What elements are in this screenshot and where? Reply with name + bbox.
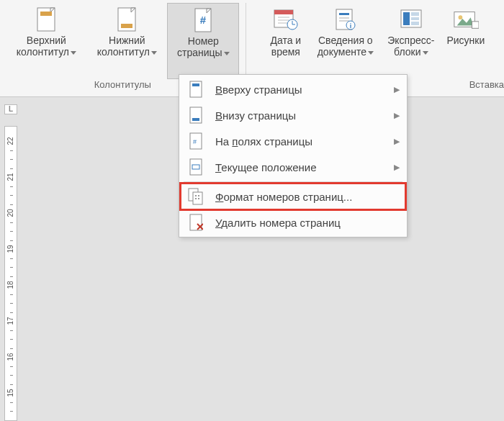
svg-rect-34 xyxy=(190,159,202,175)
bottom-of-page-icon xyxy=(186,106,205,125)
svg-rect-1 xyxy=(40,12,52,16)
svg-rect-7 xyxy=(274,10,293,14)
svg-rect-29 xyxy=(192,83,199,86)
svg-rect-15 xyxy=(339,13,349,15)
menu-label-remove: Удалить номера страниц xyxy=(215,217,400,229)
quickparts-label-l2: блоки xyxy=(394,46,420,58)
svg-rect-37 xyxy=(193,192,202,204)
svg-rect-27 xyxy=(472,22,478,28)
menu-label-current: Текущее положение xyxy=(215,161,394,173)
header-icon xyxy=(33,6,59,33)
footer-button[interactable]: Нижний колонтитул xyxy=(86,3,167,79)
dropdown-caret-icon xyxy=(71,51,76,55)
svg-point-39 xyxy=(198,195,199,196)
svg-point-38 xyxy=(195,195,197,196)
menu-item-top-of-page[interactable]: Вверху страницы ▶ xyxy=(181,76,405,102)
ruler-tick: 15 xyxy=(5,389,17,397)
menu-item-format-page-numbers[interactable]: Формат номеров страниц... xyxy=(181,184,405,209)
submenu-arrow-icon: ▶ xyxy=(394,163,400,172)
quickparts-label-l1: Экспресс- xyxy=(387,35,434,46)
ruler-corner-icon: L xyxy=(4,104,17,114)
menu-label-margins: На полях страницы xyxy=(215,135,394,148)
date-time-button[interactable]: Дата и время xyxy=(261,3,311,79)
pagenum-label-l1: Номер xyxy=(188,35,219,47)
header-label-l2: колонтитул xyxy=(17,46,69,58)
menu-label-format: Формат номеров страниц... xyxy=(215,191,400,203)
submenu-arrow-icon: ▶ xyxy=(394,85,400,94)
footer-label-l1: Нижний xyxy=(109,35,145,46)
date-time-icon xyxy=(273,6,299,33)
page-number-button[interactable]: # Номер страницы xyxy=(167,3,239,79)
menu-item-page-margins[interactable]: # На полях страницы ▶ xyxy=(181,128,405,154)
svg-rect-23 xyxy=(411,17,419,20)
remove-page-numbers-icon xyxy=(186,213,205,232)
menu-item-bottom-of-page[interactable]: Внизу страницы ▶ xyxy=(181,102,405,128)
docinfo-label-l2: документе xyxy=(318,46,366,58)
menu-item-remove-page-numbers[interactable]: Удалить номера страниц xyxy=(181,209,405,235)
dropdown-caret-icon xyxy=(368,51,374,55)
top-of-page-icon xyxy=(186,80,205,99)
vertical-ruler[interactable]: 2221201918171615 xyxy=(4,126,17,421)
pictures-icon xyxy=(453,6,479,33)
ruler-tick: 18 xyxy=(5,281,17,289)
submenu-arrow-icon: ▶ xyxy=(394,137,400,146)
svg-point-41 xyxy=(198,198,199,199)
datetime-label-l2: время xyxy=(271,46,300,58)
footer-icon xyxy=(114,6,140,33)
ruler-tick: 22 xyxy=(5,137,17,145)
svg-rect-31 xyxy=(192,118,199,121)
header-button[interactable]: Верхний колонтитул xyxy=(6,3,86,79)
doc-info-icon: i xyxy=(333,6,359,33)
ruler-tick: 19 xyxy=(5,245,17,253)
menu-label-top: Вверху страницы xyxy=(215,83,394,96)
ruler-tick: 16 xyxy=(5,353,17,361)
datetime-label-l1: Дата и xyxy=(270,35,301,46)
svg-text:#: # xyxy=(200,14,207,26)
quick-parts-icon xyxy=(398,6,424,33)
pictures-label-l1: Рисунки xyxy=(446,35,485,46)
footer-label-l2: колонтитул xyxy=(97,46,150,58)
svg-text:i: i xyxy=(350,22,352,30)
doc-info-button[interactable]: i Сведения о документе xyxy=(311,3,380,79)
svg-text:#: # xyxy=(193,138,197,145)
svg-point-26 xyxy=(458,15,462,19)
page-number-icon: # xyxy=(190,6,216,34)
header-label-l1: Верхний xyxy=(27,35,66,46)
current-position-icon xyxy=(186,158,205,176)
submenu-arrow-icon: ▶ xyxy=(394,111,400,120)
format-page-numbers-icon xyxy=(186,187,205,206)
page-number-menu: Вверху страницы ▶ Внизу страницы ▶ # На … xyxy=(179,74,408,237)
quick-parts-button[interactable]: Экспресс- блоки xyxy=(380,3,442,79)
menu-item-current-position[interactable]: Текущее положение ▶ xyxy=(181,154,405,180)
dropdown-caret-icon xyxy=(423,51,428,55)
pagenum-label-l2: страницы xyxy=(177,47,222,58)
ruler-tick: 21 xyxy=(5,173,17,181)
svg-rect-24 xyxy=(411,22,419,25)
svg-rect-21 xyxy=(403,12,410,25)
svg-rect-22 xyxy=(411,12,419,16)
dropdown-caret-icon xyxy=(151,51,157,55)
svg-rect-3 xyxy=(121,24,132,28)
menu-separator xyxy=(184,181,402,182)
svg-rect-0 xyxy=(37,8,55,31)
menu-label-bottom: Внизу страницы xyxy=(215,109,394,122)
dropdown-caret-icon xyxy=(224,52,230,55)
ruler-tick: 17 xyxy=(5,317,17,325)
svg-point-40 xyxy=(195,198,197,199)
page-margins-icon: # xyxy=(186,132,205,150)
pictures-button[interactable]: Рисунки xyxy=(442,3,490,79)
docinfo-label-l1: Сведения о xyxy=(318,35,373,46)
ruler-tick: 20 xyxy=(5,209,17,217)
